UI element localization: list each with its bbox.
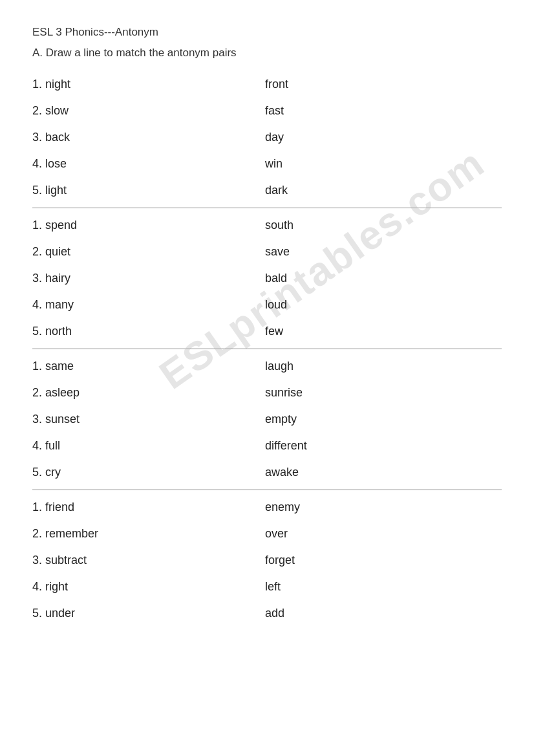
right-word: awake	[265, 466, 299, 479]
left-word: 4. right	[32, 580, 213, 594]
section-divider	[32, 208, 502, 208]
right-word: dark	[265, 184, 288, 197]
right-word: front	[265, 78, 288, 91]
word-row: 5. underadd	[32, 600, 502, 627]
left-word: 4. lose	[32, 157, 213, 171]
left-word: 5. light	[32, 184, 213, 197]
left-word: 5. under	[32, 607, 213, 620]
word-row: 2. asleepsunrise	[32, 380, 502, 406]
word-row: 1. friendenemy	[32, 494, 502, 521]
left-word: 1. night	[32, 78, 213, 91]
left-word: 3. sunset	[32, 413, 213, 426]
section-4: 1. friendenemy2. rememberover3. subtract…	[32, 494, 502, 627]
word-row: 3. hairybald	[32, 265, 502, 292]
right-word: fast	[265, 104, 284, 118]
right-word: empty	[265, 413, 297, 426]
left-word: 5. north	[32, 325, 213, 338]
left-word: 3. hairy	[32, 272, 213, 285]
word-row: 5. northfew	[32, 318, 502, 345]
left-word: 4. full	[32, 439, 213, 453]
word-row: 4. rightleft	[32, 574, 502, 600]
sections-container: 1. nightfront2. slowfast3. backday4. los…	[32, 71, 502, 627]
right-word: few	[265, 325, 283, 338]
word-row: 4. fulldifferent	[32, 433, 502, 459]
left-word: 5. cry	[32, 466, 213, 479]
section-divider	[32, 349, 502, 349]
left-word: 3. back	[32, 131, 213, 144]
section-1: 1. nightfront2. slowfast3. backday4. los…	[32, 71, 502, 204]
right-word: win	[265, 157, 283, 171]
word-row: 3. backday	[32, 124, 502, 151]
word-row: 2. rememberover	[32, 521, 502, 547]
left-word: 4. many	[32, 298, 213, 312]
right-word: loud	[265, 298, 287, 312]
word-row: 5. cryawake	[32, 459, 502, 486]
word-row: 1. samelaugh	[32, 353, 502, 380]
instruction: A. Draw a line to match the antonym pair…	[32, 47, 502, 59]
word-row: 1. spendsouth	[32, 212, 502, 239]
word-row: 1. nightfront	[32, 71, 502, 98]
right-word: laugh	[265, 360, 294, 373]
right-word: enemy	[265, 501, 300, 514]
right-word: over	[265, 527, 288, 541]
right-word: different	[265, 439, 307, 453]
left-word: 1. same	[32, 360, 213, 373]
left-word: 2. quiet	[32, 245, 213, 259]
left-word: 2. slow	[32, 104, 213, 118]
right-word: add	[265, 607, 284, 620]
right-word: left	[265, 580, 281, 594]
right-word: south	[265, 219, 294, 232]
word-row: 2. slowfast	[32, 98, 502, 124]
word-row: 4. manyloud	[32, 292, 502, 318]
section-2: 1. spendsouth2. quietsave3. hairybald4. …	[32, 212, 502, 345]
word-row: 2. quietsave	[32, 239, 502, 265]
left-word: 2. asleep	[32, 386, 213, 400]
page-title: ESL 3 Phonics---Antonym	[32, 26, 502, 39]
left-word: 3. subtract	[32, 554, 213, 567]
right-word: forget	[265, 554, 295, 567]
left-word: 1. friend	[32, 501, 213, 514]
left-word: 2. remember	[32, 527, 213, 541]
left-word: 1. spend	[32, 219, 213, 232]
word-row: 3. sunsetempty	[32, 406, 502, 433]
section-divider	[32, 490, 502, 490]
right-word: sunrise	[265, 386, 303, 400]
word-row: 5. lightdark	[32, 177, 502, 204]
section-3: 1. samelaugh2. asleepsunrise3. sunsetemp…	[32, 353, 502, 486]
right-word: bald	[265, 272, 287, 285]
right-word: save	[265, 245, 290, 259]
word-row: 4. losewin	[32, 151, 502, 177]
right-word: day	[265, 131, 284, 144]
word-row: 3. subtractforget	[32, 547, 502, 574]
